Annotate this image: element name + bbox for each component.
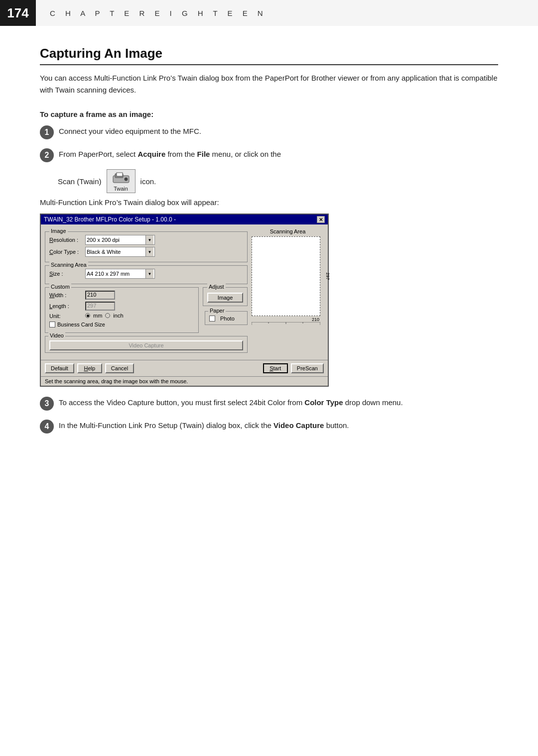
photo-label: Photo: [220, 316, 235, 322]
start-label-rest: tart: [273, 365, 281, 371]
photo-checkbox[interactable]: [209, 316, 215, 322]
step-3-end: drop down menu.: [343, 398, 403, 407]
step-4-number: 4: [40, 420, 54, 433]
scanning-area-legend: Scanning Area: [49, 262, 88, 268]
size-arrow[interactable]: ▼: [145, 269, 153, 278]
subsection-heading: To capture a frame as an image:: [40, 110, 498, 118]
step-3: 3 To access the Video Capture button, yo…: [40, 397, 498, 411]
start-button[interactable]: Start: [263, 363, 288, 373]
step-4-bold: Video Capture: [273, 421, 324, 430]
cancel-button[interactable]: Cancel: [105, 363, 134, 373]
step-1-text: Connect your video equipment to the MFC.: [59, 125, 498, 137]
step-3-bold: Color Type: [304, 398, 343, 407]
step-2-text: From PaperPort, select Acquire from the …: [59, 148, 498, 160]
custom-legend: Custom: [49, 284, 71, 290]
step-2-acquire: Acquire: [137, 150, 165, 158]
size-label: Size :: [49, 271, 85, 277]
start-underline: S: [269, 365, 273, 371]
twain-right-panel: Scanning Area 297 210: [252, 228, 324, 356]
twain-dialog: TWAIN_32 Brother MFLPro Color Setup - 1.…: [40, 214, 329, 387]
image-button-container: Image: [207, 293, 243, 303]
unit-mm-radio[interactable]: [85, 313, 90, 318]
width-input[interactable]: 210: [85, 291, 115, 300]
length-label: Length :: [49, 303, 85, 309]
status-bar: Set the scanning area, drag the image bo…: [41, 376, 328, 386]
dialog-buttons-row: Default Help Cancel Start PreScan: [41, 360, 328, 376]
help-button[interactable]: Help: [77, 363, 102, 373]
step-4-before: In the Multi-Function Link Pro Setup (Tw…: [59, 421, 273, 430]
adjust-group: Adjust Image: [203, 287, 248, 306]
step-2-mid: from the: [165, 150, 197, 158]
twain-body: Image Resolution : 200 x 200 dpi ▼ Color…: [41, 224, 328, 360]
resolution-label: Resolution :: [49, 237, 85, 243]
video-capture-container: Video Capture: [49, 340, 243, 350]
color-type-label: Color Type :: [49, 249, 85, 255]
color-type-arrow[interactable]: ▼: [145, 247, 153, 256]
business-card-row: Business Card Size: [49, 322, 194, 327]
unit-row: Unit: mm inch: [49, 313, 194, 320]
resolution-value: 200 x 200 dpi: [87, 237, 120, 243]
video-group: Video Video Capture: [45, 336, 248, 353]
paper-group: Paper Photo: [205, 311, 248, 325]
step-1-number: 1: [40, 125, 54, 139]
step-4-end: button.: [324, 421, 349, 430]
step-3-number: 3: [40, 397, 54, 411]
scanning-area-container: 297: [252, 236, 320, 316]
business-card-checkbox[interactable]: [49, 322, 55, 327]
twain-icon-row: Scan (Twain) Twain icon.: [58, 169, 498, 193]
twain-left-panel: Image Resolution : 200 x 200 dpi ▼ Color…: [45, 228, 248, 356]
step-3-text: To access the Video Capture button, you …: [59, 397, 498, 409]
unit-inch-label: inch: [113, 313, 123, 319]
step-2: 2 From PaperPort, select Acquire from th…: [40, 148, 498, 162]
step-2-file: File: [197, 150, 210, 158]
intro-text: You can access Multi-Function Link Pro’s…: [40, 72, 498, 96]
image-group-legend: Image: [49, 228, 68, 234]
chapter-title: C H A P T E R E I G H T E E N: [36, 0, 538, 26]
image-button[interactable]: Image: [207, 293, 243, 303]
prescan-button[interactable]: PreScan: [291, 363, 324, 373]
resolution-row: Resolution : 200 x 200 dpi ▼: [49, 235, 243, 245]
length-row: Length : 297: [49, 302, 194, 311]
video-legend: Video: [48, 332, 65, 338]
color-type-row: Color Type : Black & White ▼: [49, 247, 243, 257]
paper-legend: Paper: [208, 308, 226, 314]
resolution-arrow[interactable]: ▼: [145, 235, 153, 244]
width-row: Width : 210: [49, 291, 194, 300]
color-type-value: Black & White: [87, 249, 121, 255]
step-1: 1 Connect your video equipment to the MF…: [40, 125, 498, 139]
default-button[interactable]: Default: [45, 363, 74, 373]
adjust-legend: Adjust: [207, 284, 226, 290]
image-group: Image Resolution : 200 x 200 dpi ▼ Color…: [45, 231, 248, 262]
custom-group: Custom Width : 210 Length : 297 Unit:: [45, 287, 199, 333]
unit-label: Unit:: [49, 313, 85, 319]
ruler-bottom-label: 210: [252, 317, 320, 322]
icon-label: icon.: [140, 177, 156, 186]
step-2-number: 2: [40, 148, 54, 162]
business-card-label: Business Card Size: [57, 322, 105, 327]
twain-dialog-title: TWAIN_32 Brother MFLPro Color Setup - 1.…: [44, 216, 176, 223]
length-input[interactable]: 297: [85, 302, 115, 311]
page-number: 174: [0, 0, 36, 26]
resolution-select[interactable]: 200 x 200 dpi ▼: [85, 235, 155, 245]
size-select[interactable]: A4 210 x 297 mm ▼: [85, 269, 155, 279]
video-capture-button[interactable]: Video Capture: [49, 340, 243, 350]
scanning-area-preview: [252, 236, 320, 316]
ruler-side-label: 297: [325, 272, 330, 280]
ruler-bottom-svg: [252, 322, 320, 328]
close-button[interactable]: ✕: [317, 216, 325, 223]
dialog-intro: Multi-Function Link Pro’s Twain dialog b…: [40, 198, 498, 207]
width-label: Width :: [49, 292, 85, 298]
size-value: A4 210 x 297 mm: [87, 271, 130, 277]
unit-inch-radio[interactable]: [105, 313, 110, 318]
step-2-text-before: From PaperPort, select: [59, 150, 137, 158]
content-area: Capturing An Image You can access Multi-…: [0, 26, 538, 472]
step-4-text: In the Multi-Function Link Pro Setup (Tw…: [59, 420, 498, 432]
scan-twain-label: Scan (Twain): [58, 177, 102, 186]
color-type-select[interactable]: Black & White ▼: [85, 247, 155, 257]
twain-titlebar: TWAIN_32 Brother MFLPro Color Setup - 1.…: [41, 215, 328, 224]
step-3-before: To access the Video Capture button, you …: [59, 398, 304, 407]
svg-point-3: [125, 178, 128, 181]
header-bar: 174 C H A P T E R E I G H T E E N: [0, 0, 538, 26]
size-row: Size : A4 210 x 297 mm ▼: [49, 269, 243, 279]
unit-inch-row: inch: [105, 313, 123, 319]
